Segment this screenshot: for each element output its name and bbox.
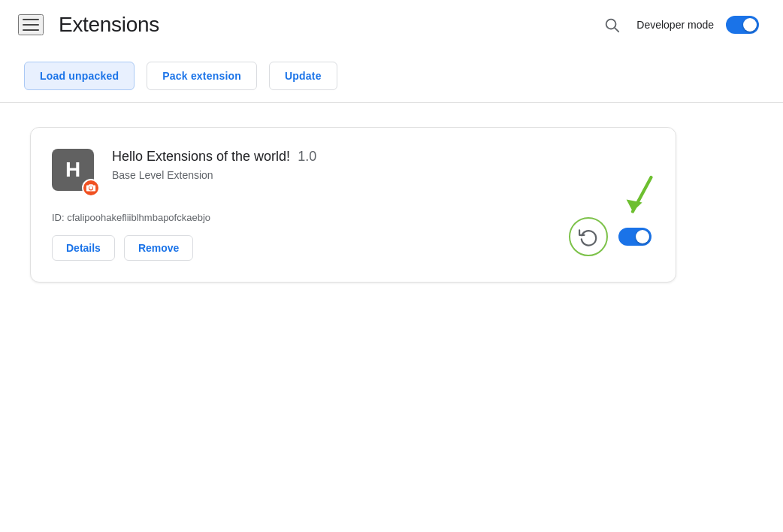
id-and-actions: ID: cfalipoohakefliiblhmbapofckaebjo Det… xyxy=(52,212,569,261)
extension-name: Hello Extensions of the world! xyxy=(112,149,290,165)
extension-version: 1.0 xyxy=(298,149,316,165)
header: Extensions Developer mode xyxy=(0,0,783,50)
icon-letter: H xyxy=(65,158,80,182)
card-bottom-row: ID: cfalipoohakefliiblhmbapofckaebjo Det… xyxy=(52,212,651,261)
content-area: H Hello Extensions of the world! 1.0 Bas… xyxy=(0,103,783,307)
extension-enable-toggle[interactable] xyxy=(618,228,651,246)
card-top: H Hello Extensions of the world! 1.0 Bas… xyxy=(52,149,651,194)
update-button[interactable]: Update xyxy=(269,62,337,90)
search-button[interactable] xyxy=(599,12,624,38)
remove-button[interactable]: Remove xyxy=(124,235,193,261)
pack-extension-button[interactable]: Pack extension xyxy=(147,62,257,90)
toggle-thumb xyxy=(743,18,757,32)
page-title: Extensions xyxy=(59,13,159,37)
svg-marker-3 xyxy=(627,199,642,211)
extension-icon-wrapper: H xyxy=(52,149,97,194)
svg-line-1 xyxy=(615,28,618,32)
extension-id: ID: cfalipoohakefliiblhmbapofckaebjo xyxy=(52,212,569,223)
developer-mode-label: Developer mode xyxy=(636,19,714,31)
load-unpacked-button[interactable]: Load unpacked xyxy=(24,62,135,90)
toolbar: Load unpacked Pack extension Update xyxy=(0,50,783,103)
menu-button[interactable] xyxy=(18,14,44,35)
header-right: Developer mode xyxy=(599,12,759,38)
extension-card: H Hello Extensions of the world! 1.0 Bas… xyxy=(30,127,676,283)
ext-toggle-thumb xyxy=(636,230,649,243)
reload-button[interactable] xyxy=(569,217,608,256)
camera-icon xyxy=(86,183,96,193)
extension-name-row: Hello Extensions of the world! 1.0 xyxy=(112,149,651,165)
extension-info: Hello Extensions of the world! 1.0 Base … xyxy=(112,149,651,181)
search-icon xyxy=(603,17,620,33)
header-left: Extensions xyxy=(18,13,159,37)
developer-mode-toggle[interactable] xyxy=(726,16,759,34)
card-controls xyxy=(569,217,651,256)
reload-button-wrapper xyxy=(569,217,608,256)
reload-icon xyxy=(579,227,598,246)
extension-badge xyxy=(82,179,100,197)
extension-description: Base Level Extension xyxy=(112,169,651,181)
details-button[interactable]: Details xyxy=(52,235,115,261)
card-actions-left: Details Remove xyxy=(52,235,569,261)
